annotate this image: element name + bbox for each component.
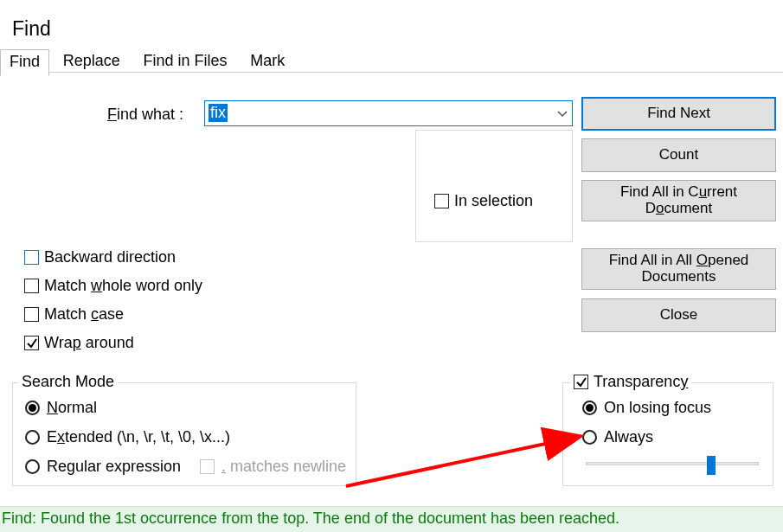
wrap-label: Wrap around xyxy=(44,334,134,352)
checkbox-icon xyxy=(574,375,588,389)
checkbox-icon xyxy=(24,307,39,322)
find-next-button[interactable]: Find Next xyxy=(581,97,776,131)
match-case-checkbox[interactable]: Match case xyxy=(24,305,124,324)
button-line2: Documents xyxy=(642,269,716,285)
checkbox-icon xyxy=(24,250,39,265)
matches-newline-checkbox: . matches newline xyxy=(200,458,346,476)
transparency-on-losing-focus-radio[interactable]: On losing focus xyxy=(582,399,711,417)
whole-word-label: Match whole word only xyxy=(44,277,202,295)
status-bar: Find: Found the 1st occurrence from the … xyxy=(0,506,783,532)
radio-label: Regular expression xyxy=(47,458,181,476)
wrap-around-checkbox[interactable]: Wrap around xyxy=(24,334,134,352)
search-mode-extended-radio[interactable]: Extended (\n, \r, \t, \0, \x...) xyxy=(25,428,230,446)
checkbox-icon xyxy=(24,336,39,350)
find-what-label: Find what : xyxy=(107,106,183,124)
backward-label: Backward direction xyxy=(44,248,176,266)
transparency-group: Transparency On losing focus Always xyxy=(562,382,773,486)
transparency-legend: Transparency xyxy=(594,373,688,391)
search-mode-regex-radio[interactable]: Regular expression xyxy=(25,458,181,476)
tab-replace[interactable]: Replace xyxy=(54,48,130,74)
radio-icon xyxy=(582,401,597,415)
svg-line-0 xyxy=(346,437,578,486)
slider-thumb[interactable] xyxy=(707,456,716,475)
transparency-slider[interactable] xyxy=(586,456,759,471)
checkbox-icon xyxy=(24,279,39,293)
button-line1: Find All in All Opened xyxy=(609,253,749,269)
transparency-checkbox[interactable]: Transparency xyxy=(570,373,691,391)
radio-icon xyxy=(25,401,40,415)
window-title: Find xyxy=(12,17,51,41)
checkbox-icon xyxy=(434,194,449,208)
search-mode-normal-radio[interactable]: Normal xyxy=(25,399,97,417)
button-line2: Document xyxy=(645,201,713,217)
find-dialog: Find Find Replace Find in Files Mark Fin… xyxy=(0,0,783,532)
count-button[interactable]: Count xyxy=(581,138,776,172)
radio-icon xyxy=(25,430,40,445)
chevron-down-icon[interactable] xyxy=(556,107,568,125)
transparency-always-radio[interactable]: Always xyxy=(582,428,653,446)
radio-icon xyxy=(25,459,40,474)
slider-track xyxy=(586,462,759,465)
tab-mark[interactable]: Mark xyxy=(241,48,294,74)
tab-find[interactable]: Find xyxy=(0,49,49,76)
find-all-current-doc-button[interactable]: Find All in Current Document xyxy=(581,180,776,221)
button-line1: Find All in Current xyxy=(620,184,737,201)
tabstrip: Find Replace Find in Files Mark xyxy=(0,48,783,73)
search-mode-legend: Search Mode xyxy=(18,373,118,391)
whole-word-checkbox[interactable]: Match whole word only xyxy=(24,277,202,295)
radio-icon xyxy=(582,430,597,445)
radio-label: Normal xyxy=(47,399,97,417)
checkbox-icon xyxy=(200,459,215,474)
close-button[interactable]: Close xyxy=(581,298,776,332)
find-what-value: fix xyxy=(209,104,228,122)
search-mode-group: Search Mode Normal Extended (\n, \r, \t,… xyxy=(12,382,356,486)
in-selection-label: In selection xyxy=(454,192,533,210)
find-all-open-docs-button[interactable]: Find All in All Opened Documents xyxy=(581,248,776,290)
radio-label: Extended (\n, \r, \t, \0, \x...) xyxy=(47,428,230,446)
radio-label: On losing focus xyxy=(604,399,711,417)
backward-direction-checkbox[interactable]: Backward direction xyxy=(24,248,176,266)
match-case-label: Match case xyxy=(44,305,124,324)
in-selection-checkbox[interactable]: In selection xyxy=(434,192,533,210)
tab-find-in-files[interactable]: Find in Files xyxy=(134,48,237,74)
find-what-combo[interactable]: fix xyxy=(204,100,573,126)
matches-newline-label: . matches newline xyxy=(221,458,346,476)
radio-label: Always xyxy=(604,428,653,446)
in-selection-panel xyxy=(415,130,573,242)
